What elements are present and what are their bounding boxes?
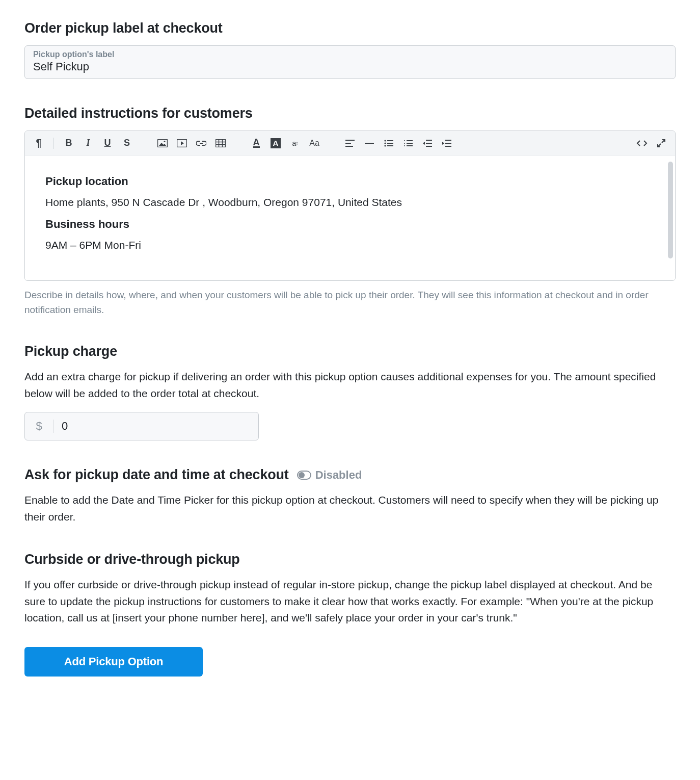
svg-point-2	[164, 141, 166, 142]
svg-rect-0	[158, 139, 168, 147]
content-text-hours: 9AM – 6PM Mon-Fri	[45, 237, 655, 253]
rte-content-area[interactable]: Pickup location Home plants, 950 N Casca…	[25, 155, 675, 280]
pilcrow-icon[interactable]: ¶	[30, 135, 47, 152]
svg-point-18	[384, 145, 386, 146]
heading-pickup-label: Order pickup label at checkout	[24, 20, 676, 36]
heading-pickup-datetime: Ask for pickup date and time at checkout	[24, 467, 289, 483]
content-heading-location: Pickup location	[45, 175, 655, 188]
rte-toolbar: ¶ B I U S A A a↕ Aa	[25, 131, 675, 155]
bold-icon[interactable]: B	[60, 135, 77, 152]
pickup-label-field-wrap[interactable]: Pickup option's label	[24, 45, 676, 79]
fullscreen-icon[interactable]	[653, 135, 670, 152]
unordered-list-icon[interactable]	[380, 135, 397, 152]
section-instructions: Detailed instructions for customers ¶ B …	[24, 106, 676, 317]
svg-point-16	[384, 142, 386, 144]
video-icon[interactable]	[173, 135, 191, 152]
horizontal-rule-icon[interactable]	[361, 135, 378, 152]
curbside-desc: If you offer curbside or drive-through p…	[24, 577, 676, 627]
section-pickup-charge: Pickup charge Add an extra charge for pi…	[24, 344, 676, 440]
font-size-icon[interactable]: a↕	[286, 135, 304, 152]
instructions-helper-text: Describe in details how, where, and when…	[24, 288, 676, 317]
toggle-off-icon	[297, 471, 311, 480]
svg-marker-4	[181, 141, 184, 145]
image-icon[interactable]	[154, 135, 171, 152]
table-icon[interactable]	[212, 135, 229, 152]
letter-case-icon[interactable]: Aa	[306, 135, 323, 152]
svg-rect-5	[216, 139, 226, 147]
svg-point-14	[384, 140, 386, 141]
datetime-toggle-label: Disabled	[315, 469, 362, 482]
section-pickup-datetime: Ask for pickup date and time at checkout…	[24, 467, 676, 525]
datetime-toggle[interactable]: Disabled	[297, 469, 362, 482]
pickup-label-floating-label: Pickup option's label	[33, 50, 667, 59]
content-text-location: Home plants, 950 N Cascade Dr , Woodburn…	[45, 194, 655, 211]
pickup-label-input[interactable]	[33, 60, 667, 73]
heading-instructions: Detailed instructions for customers	[24, 106, 676, 121]
strikethrough-icon[interactable]: S	[118, 135, 136, 152]
currency-symbol: $	[25, 420, 53, 433]
svg-marker-33	[442, 142, 444, 145]
indent-icon[interactable]	[438, 135, 455, 152]
heading-pickup-charge: Pickup charge	[24, 344, 676, 359]
svg-marker-1	[159, 143, 166, 146]
ordered-list-icon[interactable]	[399, 135, 417, 152]
add-pickup-option-button[interactable]: Add Pickup Option	[24, 647, 203, 677]
italic-icon[interactable]: I	[79, 135, 97, 152]
pickup-charge-field[interactable]: $	[24, 412, 259, 440]
underline-icon[interactable]: U	[99, 135, 116, 152]
section-pickup-label: Order pickup label at checkout Pickup op…	[24, 20, 676, 79]
toolbar-separator	[53, 138, 54, 149]
outdent-icon[interactable]	[419, 135, 436, 152]
link-icon[interactable]	[193, 135, 210, 152]
pickup-datetime-desc: Enable to add the Date and Time Picker f…	[24, 492, 676, 525]
background-color-icon[interactable]: A	[267, 135, 284, 152]
pickup-charge-desc: Add an extra charge for pickup if delive…	[24, 369, 676, 402]
text-color-icon[interactable]: A	[248, 135, 265, 152]
pickup-charge-input[interactable]	[53, 420, 258, 433]
svg-marker-29	[423, 142, 425, 145]
align-left-icon[interactable]	[341, 135, 359, 152]
code-view-icon[interactable]	[633, 135, 651, 152]
section-curbside: Curbside or drive-through pickup If you …	[24, 552, 676, 627]
heading-curbside: Curbside or drive-through pickup	[24, 552, 676, 567]
scrollbar-thumb[interactable]	[668, 162, 673, 258]
rich-text-editor: ¶ B I U S A A a↕ Aa	[24, 131, 676, 281]
content-heading-hours: Business hours	[45, 218, 655, 231]
